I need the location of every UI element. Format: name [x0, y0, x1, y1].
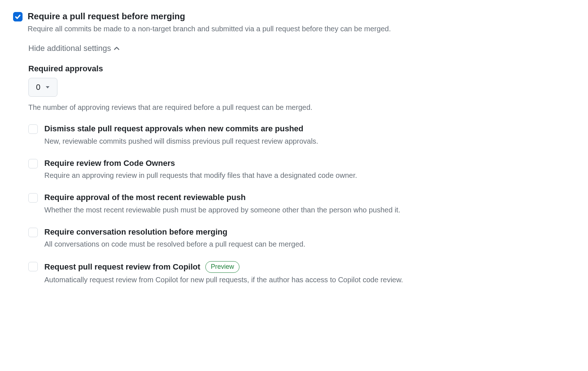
- request-copilot-review-checkbox[interactable]: [28, 262, 38, 271]
- toggle-label: Hide additional settings: [28, 44, 111, 53]
- require-pr-checkbox[interactable]: [13, 12, 23, 21]
- require-pr-content: Require a pull request before merging Re…: [28, 11, 575, 34]
- require-recent-push-content: Require approval of the most recent revi…: [44, 192, 575, 215]
- required-approvals-value: 0: [36, 83, 40, 92]
- require-conversation-resolution-checkbox[interactable]: [28, 228, 38, 237]
- hide-additional-settings-toggle[interactable]: Hide additional settings: [28, 44, 120, 53]
- require-code-owners-content: Require review from Code Owners Require …: [44, 158, 575, 181]
- require-conversation-resolution-content: Require conversation resolution before m…: [44, 227, 575, 250]
- dismiss-stale-checkbox[interactable]: [28, 124, 38, 134]
- chevron-up-icon: [114, 45, 120, 51]
- required-approvals-label: Required approvals: [28, 64, 575, 73]
- required-approvals-helper: The number of approving reviews that are…: [28, 102, 575, 113]
- required-approvals-dropdown[interactable]: 0: [28, 78, 57, 97]
- dismiss-stale-content: Dismiss stale pull request approvals whe…: [44, 124, 575, 147]
- preview-badge: Preview: [205, 261, 239, 272]
- check-icon: [15, 13, 21, 20]
- require-recent-push-checkbox[interactable]: [28, 193, 38, 203]
- require-conversation-resolution-description: All conversations on code must be resolv…: [44, 239, 575, 250]
- request-copilot-review-content: Request pull request review from Copilot…: [44, 261, 575, 285]
- require-recent-push-description: Whether the most recent reviewable push …: [44, 204, 575, 215]
- dismiss-stale-description: New, reviewable commits pushed will dism…: [44, 136, 575, 147]
- require-code-owners-description: Require an approving review in pull requ…: [44, 170, 575, 181]
- require-recent-push-title: Require approval of the most recent revi…: [44, 192, 246, 203]
- request-copilot-review-title: Request pull request review from Copilot: [44, 262, 200, 272]
- require-pr-title: Require a pull request before merging: [28, 11, 575, 22]
- require-code-owners-checkbox[interactable]: [28, 159, 38, 168]
- caret-down-icon: [45, 86, 50, 89]
- require-code-owners-title: Require review from Code Owners: [44, 158, 175, 169]
- require-pr-description: Require all commits be made to a non-tar…: [28, 23, 575, 34]
- require-conversation-resolution-title: Require conversation resolution before m…: [44, 227, 227, 238]
- request-copilot-review-description: Automatically request review from Copilo…: [44, 274, 575, 285]
- dismiss-stale-title: Dismiss stale pull request approvals whe…: [44, 124, 303, 134]
